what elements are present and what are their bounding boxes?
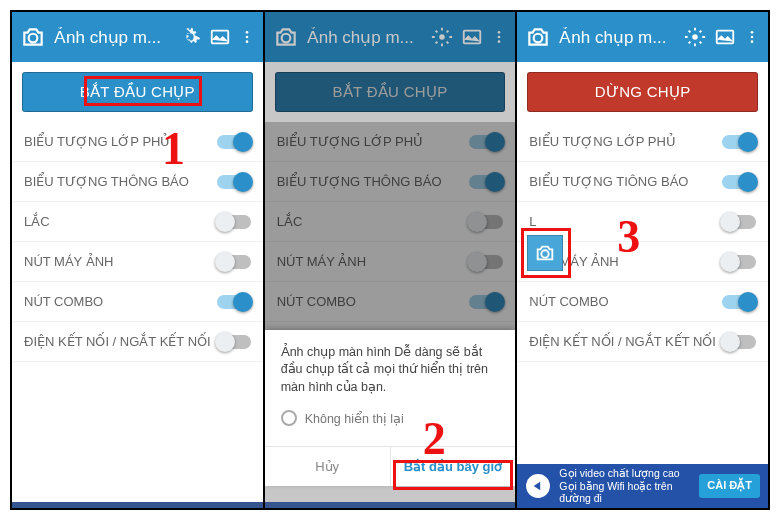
svg-point-12 <box>692 34 698 40</box>
app-title: Ảnh chụp m... <box>54 27 171 48</box>
toggle-combo[interactable] <box>217 295 251 309</box>
row-overlay[interactable]: BIỂU TƯỢNG LỚP PHỦ <box>12 122 263 162</box>
svg-point-0 <box>29 34 38 43</box>
toggle-notif[interactable] <box>217 175 251 189</box>
svg-point-9 <box>498 36 501 39</box>
gear-icon[interactable] <box>179 26 201 48</box>
ad-text: Gọi video chất lượng cao Gọi bằng Wifi h… <box>559 467 691 505</box>
phone-3: Ảnh chụp m... DỪNG CHỤP BIỂU TƯỢNG LỚP P… <box>515 12 768 508</box>
start-button[interactable]: BẮT ĐẦU CHỤP <box>275 72 506 112</box>
svg-point-11 <box>534 34 543 43</box>
gear-icon[interactable] <box>431 26 453 48</box>
radio-icon <box>281 410 297 426</box>
toggle-notif[interactable] <box>722 175 756 189</box>
row-shake: LẮC <box>265 202 516 242</box>
toggle-shake[interactable] <box>722 215 756 229</box>
row-conn[interactable]: ĐIỆN KẾT NỐI / NGẮT KẾT NỐI <box>12 322 263 362</box>
app-title: Ảnh chụp m... <box>559 27 676 48</box>
toggle-overlay[interactable] <box>722 135 756 149</box>
app-bar: Ảnh chụp m... <box>517 12 768 62</box>
svg-rect-1 <box>211 31 228 44</box>
overflow-icon[interactable] <box>239 26 255 48</box>
toggle-conn[interactable] <box>217 335 251 349</box>
svg-rect-13 <box>717 31 734 44</box>
overflow-icon[interactable] <box>744 26 760 48</box>
toggle-cambtn[interactable] <box>722 255 756 269</box>
row-combo[interactable]: NÚT COMBO <box>517 282 768 322</box>
start-button[interactable]: BẮT ĐẦU CHỤP <box>22 72 253 112</box>
row-shake[interactable]: LẮC <box>12 202 263 242</box>
gallery-icon[interactable] <box>209 26 231 48</box>
ad-banner[interactable]: Gọi video chất lượng cao Gọi bằng Wifi h… <box>517 464 768 508</box>
install-button[interactable]: CÀI ĐẶT <box>699 474 760 497</box>
svg-point-10 <box>498 40 501 43</box>
permission-dialog: Ảnh chụp màn hình Dễ dàng sẽ bắt đầu chụ… <box>265 330 516 487</box>
row-combo: NÚT COMBO <box>265 282 516 322</box>
phone-1: Ảnh chụp m... BẮT ĐẦU CHỤP BIỂU TƯỢNG LỚ… <box>12 12 263 508</box>
stop-button[interactable]: DỪNG CHỤP <box>527 72 758 112</box>
svg-point-5 <box>281 34 290 43</box>
camera-icon <box>525 24 551 50</box>
tutorial-frame: Ảnh chụp m... BẮT ĐẦU CHỤP BIỂU TƯỢNG LỚ… <box>10 10 770 510</box>
row-overlay: BIỂU TƯỢNG LỚP PHỦ <box>265 122 516 162</box>
row-cambtn: NÚT MÁY ẢNH <box>265 242 516 282</box>
camera-icon <box>534 242 556 264</box>
app-bar: Ảnh chụp m... <box>265 12 516 62</box>
row-combo[interactable]: NÚT COMBO <box>12 282 263 322</box>
row-notif[interactable]: BIỂU TƯỢNG TIÔNG BÁO <box>517 162 768 202</box>
camera-icon <box>273 24 299 50</box>
overflow-icon[interactable] <box>491 26 507 48</box>
dont-show-checkbox[interactable]: Không hiển thị lại <box>281 410 500 426</box>
toggle-conn[interactable] <box>722 335 756 349</box>
floating-overlay-icon[interactable] <box>527 235 563 271</box>
toggle-combo[interactable] <box>722 295 756 309</box>
svg-point-15 <box>751 36 754 39</box>
row-overlay[interactable]: BIỂU TƯỢNG LỚP PHỦ <box>517 122 768 162</box>
dialog-message: Ảnh chụp màn hình Dễ dàng sẽ bắt đầu chụ… <box>281 344 500 397</box>
svg-point-6 <box>440 34 446 40</box>
gallery-icon[interactable] <box>461 26 483 48</box>
app-bar: Ảnh chụp m... <box>12 12 263 62</box>
row-cambtn[interactable]: NÚT MÁY ẢNH <box>12 242 263 282</box>
svg-point-14 <box>751 31 754 34</box>
app-icon <box>525 473 551 499</box>
app-title: Ảnh chụp m... <box>307 27 424 48</box>
toggle-shake[interactable] <box>217 215 251 229</box>
gallery-icon[interactable] <box>714 26 736 48</box>
row-notif: BIỂU TƯỢNG THÔNG BÁO <box>265 162 516 202</box>
camera-icon <box>20 24 46 50</box>
svg-point-3 <box>245 36 248 39</box>
row-conn[interactable]: ĐIỆN KẾT NỐI / NGẮT KẾT NỐI <box>517 322 768 362</box>
toggle-overlay[interactable] <box>217 135 251 149</box>
svg-point-17 <box>542 250 549 257</box>
gear-icon[interactable] <box>684 26 706 48</box>
cancel-button[interactable]: Hủy <box>265 447 391 486</box>
svg-point-2 <box>245 31 248 34</box>
nav-bar <box>265 502 516 508</box>
phone-2: Ảnh chụp m... BẮT ĐẦU CHỤP BIỂU TƯỢNG LỚ… <box>263 12 516 508</box>
nav-bar <box>12 502 263 508</box>
toggle-cambtn[interactable] <box>217 255 251 269</box>
svg-point-8 <box>498 31 501 34</box>
row-notif[interactable]: BIỂU TƯỢNG THÔNG BÁO <box>12 162 263 202</box>
start-now-button[interactable]: Bắt đầu bây giờ <box>391 447 516 486</box>
svg-point-16 <box>751 40 754 43</box>
svg-point-4 <box>245 40 248 43</box>
svg-rect-7 <box>464 31 481 44</box>
